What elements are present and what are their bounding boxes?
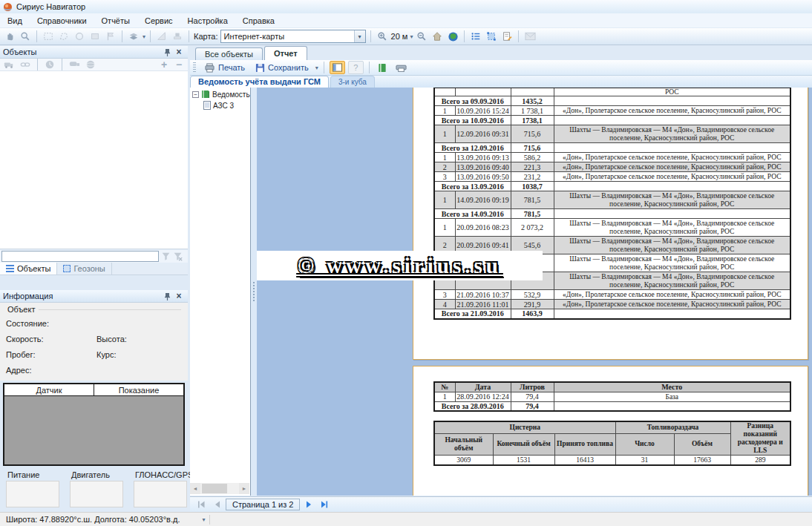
cell: 1 [434, 392, 455, 401]
cell: «Дон», Пролетарское сельское поселение, … [554, 153, 790, 162]
cell: 586,2 [511, 153, 554, 162]
select-polygon-icon[interactable] [57, 30, 71, 43]
tab-Геозоны[interactable]: Геозоны [57, 263, 111, 274]
status-dropdown-caret[interactable]: ▾ [202, 516, 205, 523]
toggle-report-tree-button[interactable] [330, 61, 345, 74]
cell: Число [615, 433, 674, 455]
zoom-in-icon[interactable] [376, 30, 389, 43]
tree-node-child[interactable]: АЗС 3 [190, 99, 250, 110]
menu-item-Настройка[interactable]: Настройка [180, 14, 235, 27]
geozone-icon[interactable] [485, 30, 498, 43]
page-setup-button[interactable] [393, 61, 409, 74]
application-window: Сириус Навигатор ВидСправочникиОтчётыСер… [0, 0, 812, 526]
home-icon[interactable] [430, 30, 444, 43]
menu-item-Сервис[interactable]: Сервис [137, 14, 180, 27]
table-row: 313.09.2016 09:50231,2«Дон», Пролетарско… [434, 172, 790, 182]
zoom-select-icon[interactable] [19, 30, 32, 43]
cell: 1463,9 [511, 309, 554, 319]
cell: 13.09.2016 09:13 [455, 153, 511, 162]
cell: Топливораздача [615, 421, 730, 433]
close-icon[interactable]: × [173, 291, 185, 301]
chevron-down-icon[interactable]: ▾ [354, 30, 365, 42]
globe2-icon [84, 58, 97, 71]
cell: Начальный объём [434, 433, 493, 455]
pan-hand-icon[interactable] [3, 30, 16, 43]
layers-dropdown-caret[interactable]: ▾ [143, 33, 145, 40]
splitter[interactable] [251, 88, 257, 496]
track-list-icon[interactable] [469, 30, 482, 43]
cell [554, 96, 790, 106]
table-row: РОС [434, 88, 790, 96]
tree-node-root[interactable]: − Ведомость [190, 88, 250, 99]
last-page-icon[interactable] [318, 499, 331, 510]
report-page-2: №ДатаЛитровМесто128.09.2016 12:2479,4Баз… [413, 366, 808, 496]
select-circle-icon[interactable] [73, 30, 86, 43]
coordinates-text: Широта: 47.88920°с.ш. Долгота: 40.05203°… [6, 515, 180, 524]
cell: Всего за 13.09.2016 [434, 182, 511, 191]
pagination-bar: Страница 1 из 2 [190, 496, 812, 512]
status-group-ГЛОНАСС/GPS: ГЛОНАСС/GPS [134, 469, 187, 510]
cell: 1 [434, 153, 455, 162]
globe-icon[interactable] [446, 30, 459, 43]
filter-input[interactable] [1, 251, 159, 262]
status-group-label: Питание [6, 469, 59, 481]
scroll-right-icon[interactable]: ► [239, 483, 249, 494]
clear-filter-icon [173, 252, 183, 261]
report-book-icon [201, 90, 210, 99]
flag-icon[interactable] [104, 30, 117, 43]
cell: 532,9 [511, 290, 554, 300]
status-group-Двигатель: Двигатель [70, 469, 123, 510]
objects-list[interactable] [0, 71, 188, 249]
select-rect-icon[interactable] [42, 30, 55, 43]
layers-icon[interactable] [127, 30, 140, 43]
pin-icon[interactable] [161, 47, 173, 57]
tab-Отчет[interactable]: Отчет [264, 46, 307, 60]
zoom-scale-caret[interactable]: ▾ [410, 33, 413, 40]
menu-item-Вид[interactable]: Вид [0, 14, 30, 27]
map-select[interactable]: Интернет-карты ▾ [220, 30, 366, 43]
summary-group-header-row: ЦистернаТопливораздачаРазница показаний … [434, 421, 790, 433]
table-row: Всего за 12.09.2016715,6 [434, 143, 790, 153]
state-label: Состояние: [6, 319, 49, 328]
subtab-Ведомость учёта выдачи ГСМ[interactable]: Ведомость учёта выдачи ГСМ [190, 76, 329, 88]
zoom-out-icon[interactable] [415, 30, 428, 43]
scrollbar-thumb[interactable] [202, 484, 227, 493]
speed-label: Скорость: [6, 335, 44, 343]
collapse-icon[interactable]: − [192, 91, 199, 98]
tab-Все объекты[interactable]: Все объекты [195, 47, 263, 60]
tab-Объекты[interactable]: Объекты [0, 263, 57, 274]
table-row: Всего за 14.09.2016781,5 [434, 209, 790, 219]
cell: 79,4 [511, 392, 554, 401]
print-button[interactable]: Печать [200, 62, 249, 73]
notes-icon[interactable] [500, 30, 514, 43]
scroll-left-icon[interactable]: ◄ [190, 483, 200, 494]
cell: 1 [434, 191, 455, 209]
stamp-icon[interactable] [171, 30, 184, 43]
export-book-button[interactable] [375, 61, 390, 74]
pin-icon[interactable] [161, 291, 173, 301]
horizontal-scrollbar[interactable]: ◄ ► [190, 483, 249, 494]
close-icon[interactable]: × [173, 47, 185, 57]
menu-item-Справочники[interactable]: Справочники [30, 14, 94, 27]
cell: 79,4 [511, 401, 554, 411]
table-header-row: №ДатаЛитровМесто [434, 382, 790, 392]
menu-item-Справка[interactable]: Справка [235, 14, 282, 27]
cell: «Дон», Пролетарское сельское поселение, … [554, 290, 790, 300]
map-select-value: Интернет-карты [224, 32, 285, 41]
cell: 715,6 [511, 125, 554, 143]
select-area-icon[interactable] [88, 30, 102, 43]
cell: 221,3 [511, 162, 554, 172]
cell: 13.09.2016 09:50 [455, 172, 511, 182]
ruler-icon[interactable] [155, 30, 168, 43]
save-dropdown-caret[interactable]: ▾ [315, 65, 318, 71]
cell: 17663 [674, 456, 730, 465]
cell: Разница показаний расходомера и LLS [730, 421, 790, 456]
save-button[interactable]: Сохранить [252, 62, 312, 73]
report-preview[interactable]: РОСВсего за 09.09.20161435,2110.09.2016 … [257, 88, 812, 496]
subtab-3-и куба[interactable]: 3-и куба [330, 76, 375, 88]
zoom-scale-value[interactable]: 20 м [391, 32, 408, 41]
objects-panel-header: Объекты × [0, 46, 188, 59]
menu-item-Отчёты[interactable]: Отчёты [94, 14, 137, 27]
next-page-icon[interactable] [302, 499, 315, 510]
list-icon [6, 265, 14, 272]
